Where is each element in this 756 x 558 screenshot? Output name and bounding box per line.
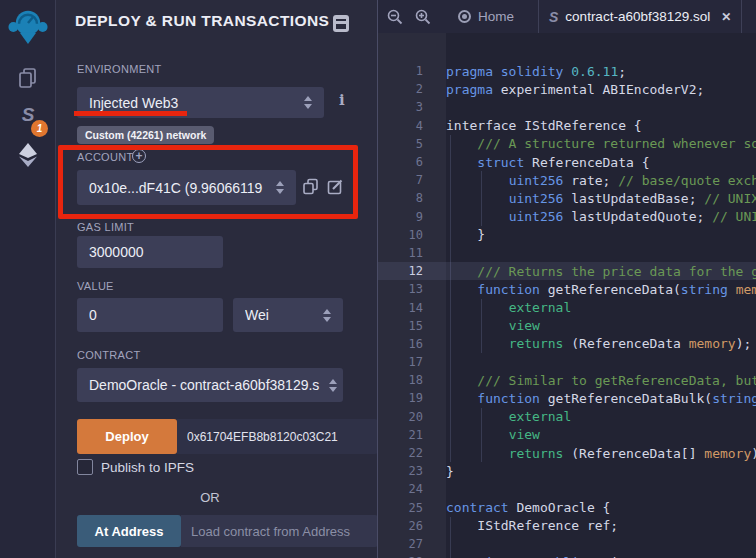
line-number: 7 xyxy=(378,173,446,187)
code-line-28[interactable]: 28 uint256 public price; xyxy=(378,553,756,558)
code-text: returns (ReferenceData[] memory); xyxy=(446,446,756,461)
line-number: 16 xyxy=(378,337,446,351)
code-line-4[interactable]: 4interface IStdReference { xyxy=(378,117,756,135)
code-text: uint256 rate; // base/quote exchange rat… xyxy=(446,173,756,188)
code-text: external xyxy=(446,409,571,424)
at-address-button[interactable]: At Address xyxy=(77,515,181,547)
line-number: 1 xyxy=(378,64,446,78)
contract-select[interactable]: DemoOracle - contract-a60bf38129.s xyxy=(77,368,343,402)
line-number: 8 xyxy=(378,191,446,205)
code-rows: 1pragma solidity 0.6.11;2pragma experime… xyxy=(378,33,756,558)
file-explorer-icon[interactable] xyxy=(0,66,56,90)
code-text: view xyxy=(446,427,540,442)
compiler-notification-badge: 1 xyxy=(31,120,48,137)
line-number: 25 xyxy=(378,501,446,515)
code-text: } xyxy=(446,464,454,479)
tab-separator xyxy=(741,0,742,33)
code-line-20[interactable]: 20 external xyxy=(378,408,756,426)
value-unit-select[interactable]: Wei xyxy=(233,298,343,332)
value-label: VALUE xyxy=(77,280,114,292)
code-line-3[interactable]: 3 xyxy=(378,98,756,116)
code-text: struct ReferenceData { xyxy=(446,155,650,170)
code-line-22[interactable]: 22 returns (ReferenceData[] memory); xyxy=(378,444,756,462)
tab-home[interactable]: Home xyxy=(448,0,524,33)
code-line-6[interactable]: 6 struct ReferenceData { xyxy=(378,153,756,171)
select-arrows-icon xyxy=(304,96,312,109)
code-text: function getReferenceDataBulk(string[] m… xyxy=(446,391,756,406)
code-line-19[interactable]: 19 function getReferenceDataBulk(string[… xyxy=(378,389,756,407)
code-line-5[interactable]: 5 /// A structure returned whenever some… xyxy=(378,135,756,153)
constructor-arg-input[interactable] xyxy=(177,419,378,454)
remix-home-icon xyxy=(458,10,471,23)
line-number: 12 xyxy=(378,264,446,278)
code-line-17[interactable]: 17 xyxy=(378,353,756,371)
deploy-run-panel: DEPLOY & RUN TRANSACTIONS ENVIRONMENT In… xyxy=(56,0,377,558)
code-text: interface IStdReference { xyxy=(446,118,642,133)
code-line-7[interactable]: 7 uint256 rate; // base/quote exchange r… xyxy=(378,171,756,189)
code-line-2[interactable]: 2pragma experimental ABIEncoderV2; xyxy=(378,80,756,98)
line-number: 4 xyxy=(378,119,446,133)
zoom-in-icon[interactable] xyxy=(412,6,434,28)
code-line-1[interactable]: 1pragma solidity 0.6.11; xyxy=(378,62,756,80)
close-tab-icon[interactable]: ✕ xyxy=(721,10,731,24)
environment-value: Injected Web3 xyxy=(89,95,298,111)
gas-limit-label: GAS LIMIT xyxy=(77,221,134,233)
annotation-red-underline xyxy=(74,111,187,116)
value-input[interactable] xyxy=(77,298,223,332)
code-line-23[interactable]: 23} xyxy=(378,462,756,480)
code-text: /// Similar to getReferenceData, but wit… xyxy=(446,373,756,388)
value-unit: Wei xyxy=(245,307,317,323)
panel-title: DEPLOY & RUN TRANSACTIONS xyxy=(75,12,329,30)
deploy-button[interactable]: Deploy xyxy=(77,419,177,454)
editor-tabbar: Home S contract-a60bf38129.sol ✕ xyxy=(378,0,756,33)
zoom-out-icon[interactable] xyxy=(384,6,406,28)
tab-contract-file[interactable]: S contract-a60bf38129.sol ✕ xyxy=(539,0,741,33)
code-text: returns (ReferenceData memory); xyxy=(446,336,751,351)
line-number: 11 xyxy=(378,246,446,260)
publish-ipfs-label: Publish to IPFS xyxy=(101,460,194,475)
code-text: view xyxy=(446,318,540,333)
code-line-14[interactable]: 14 external xyxy=(378,298,756,316)
code-text: pragma solidity 0.6.11; xyxy=(446,64,626,79)
code-line-24[interactable]: 24 xyxy=(378,480,756,498)
code-line-12[interactable]: 12 /// Returns the price data for the gi… xyxy=(378,262,756,280)
code-line-8[interactable]: 8 uint256 lastUpdatedBase; // UNIX epoch… xyxy=(378,189,756,207)
code-text: contract DemoOracle { xyxy=(446,500,610,515)
code-line-15[interactable]: 15 view xyxy=(378,317,756,335)
line-number: 2 xyxy=(378,82,446,96)
code-line-11[interactable]: 11 xyxy=(378,244,756,262)
deploy-and-run-icon[interactable] xyxy=(0,142,56,168)
code-text: external xyxy=(446,300,571,315)
code-editor: Home S contract-a60bf38129.sol ✕ 1pragma… xyxy=(378,0,756,558)
code-text: uint256 lastUpdatedBase; // UNIX epoch o… xyxy=(446,191,756,206)
line-number: 10 xyxy=(378,228,446,242)
annotation-red-rectangle xyxy=(58,145,358,219)
line-number: 15 xyxy=(378,319,446,333)
code-line-18[interactable]: 18 /// Similar to getReferenceData, but … xyxy=(378,371,756,389)
line-number: 17 xyxy=(378,355,446,369)
code-text: uint256 lastUpdatedQuote; // UNIX epoch … xyxy=(446,209,756,224)
publish-ipfs-checkbox[interactable] xyxy=(77,459,93,475)
at-address-input[interactable] xyxy=(181,515,378,547)
code-line-25[interactable]: 25contract DemoOracle { xyxy=(378,499,756,517)
line-number: 23 xyxy=(378,464,446,478)
environment-info-icon[interactable]: i xyxy=(339,91,345,109)
code-text: uint256 public price; xyxy=(446,555,642,558)
code-line-10[interactable]: 10 } xyxy=(378,226,756,244)
solidity-compiler-icon[interactable]: S xyxy=(0,105,56,124)
code-line-27[interactable]: 27 xyxy=(378,535,756,553)
code-area[interactable]: 1pragma solidity 0.6.11;2pragma experime… xyxy=(378,33,756,558)
documentation-icon[interactable] xyxy=(333,15,349,32)
environment-label: ENVIRONMENT xyxy=(77,63,162,75)
code-line-21[interactable]: 21 view xyxy=(378,426,756,444)
code-line-26[interactable]: 26 IStdReference ref; xyxy=(378,517,756,535)
remix-logo-icon[interactable] xyxy=(0,6,56,48)
remix-ide-window: S 1 DEPLOY & RUN TRANSACTIONS ENVIRONMEN… xyxy=(0,0,756,558)
code-line-13[interactable]: 13 function getReferenceData(string memo… xyxy=(378,280,756,298)
code-line-9[interactable]: 9 uint256 lastUpdatedQuote; // UNIX epoc… xyxy=(378,208,756,226)
select-arrows-icon xyxy=(323,309,331,322)
code-line-16[interactable]: 16 returns (ReferenceData memory); xyxy=(378,335,756,353)
code-text: /// Returns the price data for the given… xyxy=(446,264,756,279)
remix-logo xyxy=(6,6,50,48)
gas-limit-input[interactable] xyxy=(77,236,223,268)
